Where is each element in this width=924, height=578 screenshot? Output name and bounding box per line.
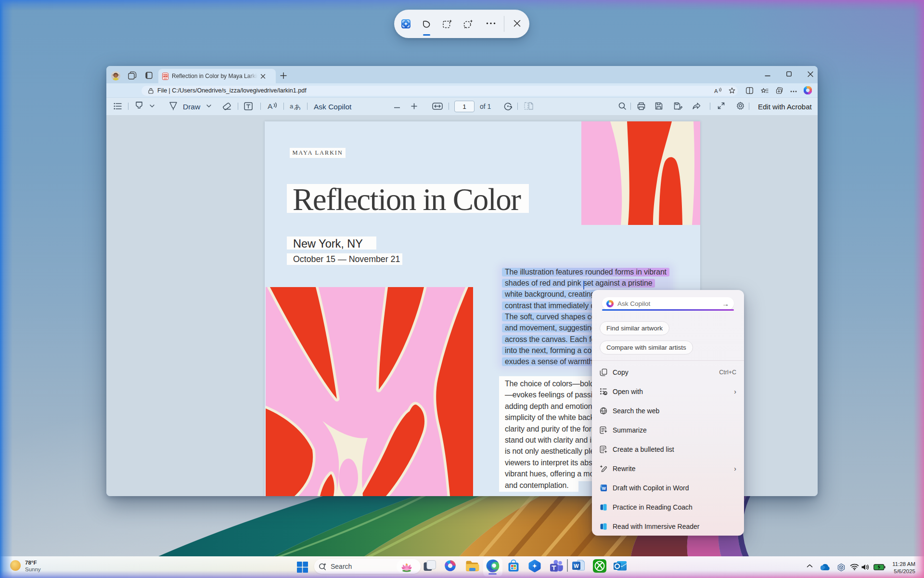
svg-text:PDF: PDF — [163, 75, 167, 77]
svg-text:A: A — [268, 102, 273, 110]
svg-text:あ: あ — [294, 103, 301, 110]
svg-text:a: a — [290, 103, 294, 110]
svg-text:W: W — [574, 563, 579, 569]
svg-text:W: W — [602, 486, 606, 491]
svg-text:A: A — [714, 88, 718, 93]
